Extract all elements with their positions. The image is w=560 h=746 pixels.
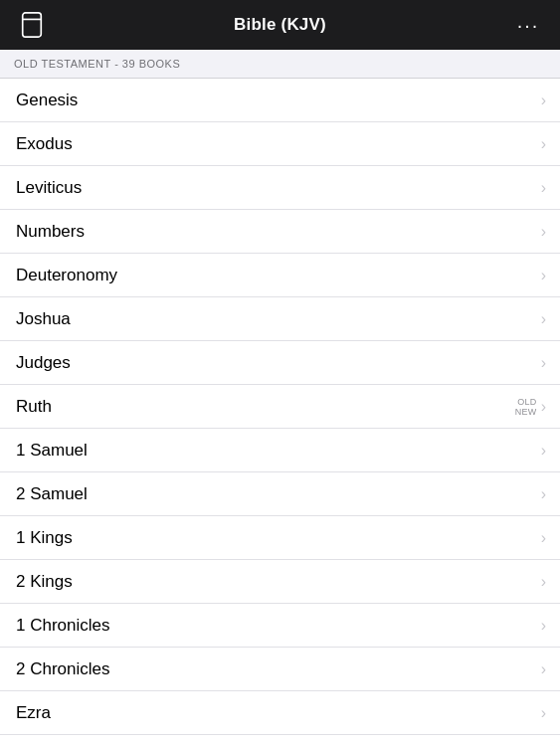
book-name: Genesis <box>16 91 78 110</box>
chevron-right-icon: › <box>541 92 546 109</box>
book-name: Joshua <box>16 309 71 329</box>
chevron-right-icon: › <box>541 135 546 153</box>
book-name: Exodus <box>16 134 73 154</box>
chevron-right-icon: › <box>541 442 546 460</box>
inner-badge: OLDNEW <box>515 397 537 417</box>
section-label: OLD TESTAMENT - 39 BOOKS <box>14 58 180 70</box>
book-list-item[interactable]: Judges› <box>0 341 560 385</box>
book-list-item[interactable]: Deuteronomy› <box>0 254 560 297</box>
book-list-item[interactable]: Genesis› <box>0 79 560 122</box>
chevron-right-icon: › <box>541 529 546 547</box>
chevron-right-icon: › <box>541 573 546 591</box>
chevron-right-icon: › <box>541 354 546 372</box>
new-badge: NEW <box>515 407 537 417</box>
chevron-right-icon: › <box>541 704 546 722</box>
book-name: Deuteronomy <box>16 266 117 285</box>
book-list-item[interactable]: Exodus› <box>0 122 560 166</box>
bookmark-button[interactable] <box>14 7 50 43</box>
chevron-right-icon: › <box>541 485 546 503</box>
book-list-item[interactable]: 1 Kings› <box>0 516 560 560</box>
book-list: Genesis›Exodus›Leviticus›Numbers›Deutero… <box>0 79 560 743</box>
chevron-right-icon: › <box>541 398 546 416</box>
chevron-right-icon: › <box>541 660 546 678</box>
book-name: Judges <box>16 353 71 373</box>
book-name: Ruth <box>16 397 52 417</box>
chevron-right-icon: › <box>541 267 546 284</box>
book-name: 2 Kings <box>16 572 73 592</box>
book-list-item[interactable]: Joshua› <box>0 297 560 341</box>
chevron-right-icon: › <box>541 617 546 635</box>
chevron-right-icon: › <box>541 179 546 197</box>
book-name: 2 Chronicles <box>16 659 110 679</box>
book-list-item[interactable]: Numbers› <box>0 210 560 254</box>
book-list-item[interactable]: 2 Samuel› <box>0 472 560 516</box>
book-name: Ezra <box>16 703 51 723</box>
book-name: 1 Chronicles <box>16 616 110 636</box>
book-list-item[interactable]: 2 Chronicles› <box>0 648 560 691</box>
book-list-item[interactable]: 1 Chronicles› <box>0 604 560 648</box>
book-name: Leviticus <box>16 178 82 198</box>
book-list-item[interactable]: 1 Samuel› <box>0 429 560 472</box>
book-list-item[interactable]: RuthOLDNEW› <box>0 385 560 429</box>
chevron-right-icon: › <box>541 223 546 241</box>
book-list-item[interactable]: 2 Kings› <box>0 560 560 604</box>
old-badge: OLD <box>517 397 536 407</box>
section-header: OLD TESTAMENT - 39 BOOKS <box>0 50 560 79</box>
book-name: 1 Kings <box>16 528 73 548</box>
more-button[interactable]: ··· <box>510 7 546 43</box>
book-name: Numbers <box>16 222 85 242</box>
badge-chevron-row: OLDNEW› <box>515 397 546 417</box>
book-list-item[interactable]: Ezra› <box>0 691 560 735</box>
book-name: 1 Samuel <box>16 441 88 461</box>
chevron-right-icon: › <box>541 310 546 328</box>
ellipsis-icon: ··· <box>517 15 540 35</box>
svg-rect-0 <box>23 13 42 37</box>
book-name: 2 Samuel <box>16 484 88 504</box>
nav-title: Bible (KJV) <box>234 15 326 35</box>
nav-bar: Bible (KJV) ··· <box>0 0 560 50</box>
book-list-item[interactable]: Leviticus› <box>0 166 560 210</box>
book-list-item[interactable]: Nehemiah› <box>0 735 560 743</box>
